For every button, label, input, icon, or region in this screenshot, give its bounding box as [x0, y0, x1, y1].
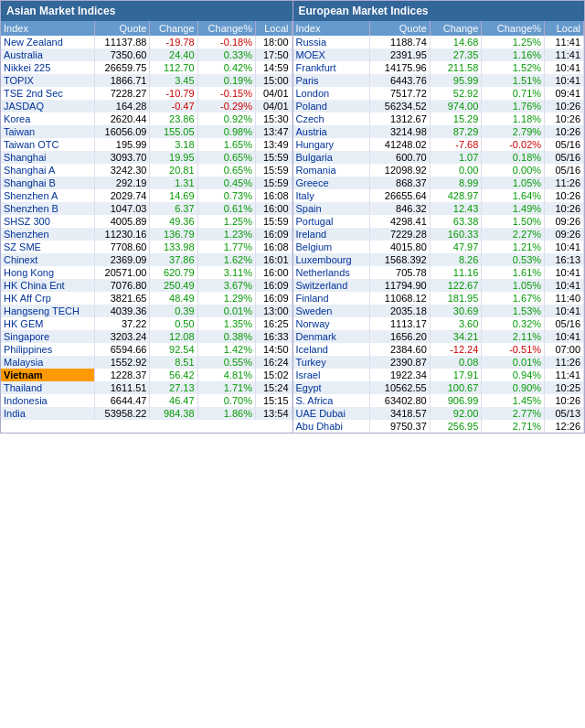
index-local: 13:49 [255, 138, 292, 151]
index-changepct: 0.01% [197, 305, 255, 317]
index-local: 10:26 [545, 189, 584, 202]
index-local: 16:24 [255, 356, 292, 369]
index-local: 18:00 [255, 36, 292, 48]
index-local: 16:13 [545, 253, 584, 266]
table-row: Hungary41248.02-7.68-0.02%05/16 [293, 138, 584, 151]
index-changepct: -0.18% [197, 36, 255, 48]
index-change: 8.51 [150, 356, 197, 369]
table-row: Denmark1656.2034.212.11%10:41 [293, 330, 584, 343]
index-change: 100.67 [430, 381, 482, 394]
index-name: Hungary [293, 138, 370, 151]
index-local: 15:00 [255, 74, 292, 87]
index-changepct: 0.90% [482, 381, 545, 394]
asian-panel-title: Asian Market Indices [1, 1, 292, 21]
index-change: 122.67 [430, 279, 482, 292]
index-quote: 1312.67 [370, 112, 431, 125]
index-name: HK Aff Crp [1, 292, 94, 305]
index-local: 10:41 [545, 305, 584, 317]
index-name: Austria [293, 125, 370, 138]
table-row: Israel1922.3417.910.94%11:41 [293, 369, 584, 381]
table-row: Thailand1611.5127.131.71%15:24 [1, 381, 292, 394]
table-row: India53958.22984.381.86%13:54 [1, 407, 292, 420]
index-name: Korea [1, 112, 94, 125]
index-quote: 868.37 [370, 177, 431, 189]
index-name: Spain [293, 202, 370, 215]
index-change: 0.39 [150, 305, 197, 317]
index-name: Turkey [293, 356, 370, 369]
index-changepct: 0.70% [197, 394, 255, 407]
index-name: Shenzhen B [1, 202, 94, 215]
index-changepct: 0.18% [482, 151, 545, 164]
index-local: 10:41 [545, 330, 584, 343]
table-row: Singapore3203.2412.080.38%16:33 [1, 330, 292, 343]
index-change: 12.43 [430, 202, 482, 215]
index-changepct: 1.05% [482, 279, 545, 292]
index-quote: 705.78 [370, 266, 431, 279]
table-row: Spain846.3212.431.49%10:26 [293, 202, 584, 215]
table-row: JASDAQ164.28-0.47-0.29%04/01 [1, 100, 292, 112]
index-local: 05/16 [545, 151, 584, 164]
index-local: 16:09 [255, 279, 292, 292]
table-row: Frankfurt14175.96211.581.52%10:41 [293, 61, 584, 74]
index-quote: 7228.27 [94, 87, 150, 100]
index-local: 11:26 [545, 356, 584, 369]
index-local: 11:40 [545, 292, 584, 305]
index-name: India [1, 407, 94, 420]
index-local: 04/01 [255, 87, 292, 100]
index-local: 15:59 [255, 215, 292, 228]
index-local: 15:02 [255, 369, 292, 381]
index-changepct: 1.51% [482, 74, 545, 87]
table-row: Indonesia6644.4746.470.70%15:15 [1, 394, 292, 407]
index-local: 15:59 [255, 177, 292, 189]
table-row: HK Aff Crp3821.6548.491.29%16:09 [1, 292, 292, 305]
index-change: 47.97 [430, 241, 482, 253]
index-quote: 26655.64 [370, 189, 431, 202]
table-row: Luxembourg1568.3928.260.53%16:13 [293, 253, 584, 266]
index-quote: 1188.74 [370, 36, 431, 48]
table-row: Turkey2390.870.080.01%11:26 [293, 356, 584, 369]
index-quote: 11137.88 [94, 36, 150, 48]
index-name: Australia [1, 48, 94, 61]
index-change: 23.86 [150, 112, 197, 125]
index-quote: 2035.18 [370, 305, 431, 317]
index-quote: 63402.80 [370, 394, 431, 407]
index-local: 12:26 [545, 420, 584, 433]
index-changepct: -0.51% [482, 343, 545, 356]
index-quote: 1656.20 [370, 330, 431, 343]
index-change: 30.69 [430, 305, 482, 317]
index-quote: 20571.00 [94, 266, 150, 279]
index-changepct: 0.42% [197, 61, 255, 74]
index-changepct: 1.49% [482, 202, 545, 215]
index-quote: 16056.09 [94, 125, 150, 138]
asian-col-changepct: Change% [197, 21, 255, 36]
index-quote: 2391.95 [370, 48, 431, 61]
index-quote: 3821.65 [94, 292, 150, 305]
table-row: Nikkei 22526659.75112.700.42%14:59 [1, 61, 292, 74]
index-local: 11:41 [545, 369, 584, 381]
index-quote: 12098.92 [370, 164, 431, 177]
index-name: Norway [293, 317, 370, 330]
index-local: 16:33 [255, 330, 292, 343]
index-quote: 195.99 [94, 138, 150, 151]
index-local: 16:01 [255, 253, 292, 266]
table-row: Iceland2384.60-12.24-0.51%07:00 [293, 343, 584, 356]
index-change: 3.18 [150, 138, 197, 151]
index-change: 181.95 [430, 292, 482, 305]
index-quote: 1866.71 [94, 74, 150, 87]
index-changepct: 1.76% [482, 100, 545, 112]
index-change: 63.38 [430, 215, 482, 228]
index-quote: 26659.75 [94, 61, 150, 74]
index-changepct: 1.25% [197, 215, 255, 228]
index-changepct: 0.65% [197, 151, 255, 164]
table-row: Paris6443.7695.991.51%10:41 [293, 74, 584, 87]
table-row: Sweden2035.1830.691.53%10:41 [293, 305, 584, 317]
index-local: 15:59 [255, 164, 292, 177]
index-changepct: 1.25% [482, 36, 545, 48]
index-local: 04/01 [255, 100, 292, 112]
index-changepct: -0.29% [197, 100, 255, 112]
index-change: 20.81 [150, 164, 197, 177]
index-change: 0.08 [430, 356, 482, 369]
index-quote: 6443.76 [370, 74, 431, 87]
index-local: 14:59 [255, 61, 292, 74]
asian-col-quote: Quote [94, 21, 150, 36]
